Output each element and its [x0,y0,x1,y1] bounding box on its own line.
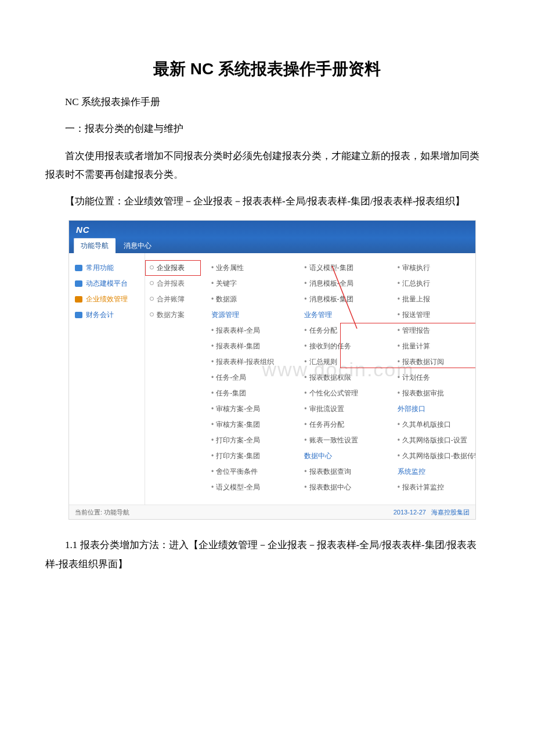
paragraph-section-1: 一：报表分类的创建与维护 [45,120,489,138]
menu-link[interactable]: 汇总规则 [304,354,377,370]
menu-link[interactable]: 报表数据中心 [304,480,377,495]
menu-link[interactable]: 久其网络版接口-数据传输 [398,448,471,464]
menu-col-3: 审核执行 汇总执行 批量上报 报送管理 管理报告 批量计算 报表数据订阅 计划任… [398,260,471,495]
menu-link[interactable]: 个性化公式管理 [304,386,377,401]
menu-col-2: 语义模型-集团 消息模板-全局 消息模板-集团 业务管理 任务分配 接收到的任务… [304,260,377,495]
leftnav-label: 企业绩效管理 [86,294,128,304]
paragraph-body-1: 首次使用报表或者增加不同报表分类时必须先创建报表分类，才能建立新的报表，如果增加… [45,147,489,185]
tab-function-nav[interactable]: 功能导航 [74,238,116,253]
subnav-consol-report[interactable]: 合并报表 [145,276,201,291]
menu-link[interactable]: 计划任务 [398,370,471,386]
menu-link[interactable]: 数据源 [211,291,284,307]
sub-nav: 企业报表 合并报表 合并账簿 数据方案 [145,253,201,505]
menu-link[interactable]: 审核方案-集团 [211,417,284,433]
menu-link[interactable]: 报表计算监控 [398,480,471,495]
report-icon [75,296,82,303]
subnav-enterprise-report[interactable]: 企业报表 [145,260,201,276]
footer-org: 海嘉控股集团 [431,509,470,516]
menu-link[interactable]: 汇总执行 [398,276,471,291]
menu-link[interactable]: 管理报告 [398,323,471,339]
menu-col-1: 业务属性 关键字 数据源 资源管理 报表表样-全局 报表表样-集团 报表表样-报… [211,260,284,495]
doc-title: 最新 NC 系统报表操作手册资料 [45,58,489,80]
menu-link[interactable]: 报表数据查询 [304,464,377,480]
menu-link[interactable]: 审批流设置 [304,401,377,417]
embedded-screenshot: NC 功能导航 消息中心 常用功能 动态建模平台 企业绩效管理 [68,220,476,520]
leftnav-common[interactable]: 常用功能 [75,260,145,276]
menu-link[interactable]: 任务-全局 [211,370,284,386]
menu-heading: 业务管理 [304,307,377,323]
menu-columns: www.docin.com 业务属性 关键字 数据源 资源管理 报表表样-全局 … [201,253,475,505]
status-right: 2013-12-27 海嘉控股集团 [390,508,470,517]
paragraph-intro-1: NC 系统报表操作手册 [45,93,489,111]
menu-link[interactable]: 报送管理 [398,307,471,323]
menu-link[interactable]: 语义模型-集团 [304,260,377,276]
book-icon [75,312,82,318]
menu-link[interactable]: 久其单机版接口 [398,417,471,433]
menu-link[interactable]: 审核执行 [398,260,471,276]
menu-link[interactable]: 任务再分配 [304,417,377,433]
tab-message-center[interactable]: 消息中心 [117,238,158,253]
monitor-icon [75,265,82,271]
paragraph-body-2: 【功能位置：企业绩效管理－企业报表－报表表样-全局/报表表样-集团/报表表样-报… [45,192,489,211]
nc-logo: NC [76,225,90,235]
menu-link[interactable]: 批量上报 [398,291,471,307]
menu-link[interactable]: 接收到的任务 [304,339,377,354]
menu-link[interactable]: 打印方案-全局 [211,433,284,448]
menu-link[interactable]: 报表数据审批 [398,386,471,401]
menu-link[interactable]: 消息模板-集团 [304,291,377,307]
left-nav: 常用功能 动态建模平台 企业绩效管理 财务会计 [69,253,145,505]
status-bar: 当前位置: 功能导航 2013-12-27 海嘉控股集团 [69,505,475,519]
menu-link[interactable]: 报表表样-全局 [211,323,284,339]
subnav-consol-ledger[interactable]: 合并账簿 [145,291,201,307]
leftnav-modeling[interactable]: 动态建模平台 [75,276,145,291]
menu-link[interactable]: 语义模型-全局 [211,480,284,495]
menu-link[interactable]: 消息模板-全局 [304,276,377,291]
footer-date: 2013-12-27 [394,509,426,516]
cube-icon [75,280,82,287]
menu-link[interactable]: 久其网络版接口-设置 [398,433,471,448]
leftnav-performance[interactable]: 企业绩效管理 [75,291,145,307]
menu-heading: 资源管理 [211,307,284,323]
menu-link[interactable]: 账表一致性设置 [304,433,377,448]
menu-heading: 外部接口 [398,401,471,417]
menu-link[interactable]: 任务-集团 [211,386,284,401]
tab-bar: 功能导航 消息中心 [69,238,475,253]
menu-link[interactable]: 批量计算 [398,339,471,354]
leftnav-label: 常用功能 [86,263,114,273]
leftnav-finance[interactable]: 财务会计 [75,307,145,323]
menu-link[interactable]: 打印方案-集团 [211,448,284,464]
menu-link[interactable]: 任务分配 [304,323,377,339]
menu-link[interactable]: 关键字 [211,276,284,291]
menu-link[interactable]: 报表数据订阅 [398,354,471,370]
menu-link[interactable]: 报表数据权限 [304,370,377,386]
app-header: NC [69,221,475,238]
breadcrumb: 当前位置: 功能导航 [75,508,129,517]
app-body: 常用功能 动态建模平台 企业绩效管理 财务会计 企业报表 合并报表 合 [69,253,475,505]
menu-link[interactable]: 业务属性 [211,260,284,276]
menu-link[interactable]: 审核方案-全局 [211,401,284,417]
subnav-data-scheme[interactable]: 数据方案 [145,307,201,323]
leftnav-label: 动态建模平台 [86,279,128,289]
menu-link[interactable]: 舍位平衡条件 [211,464,284,480]
leftnav-label: 财务会计 [86,310,114,320]
menu-heading: 系统监控 [398,464,471,480]
menu-link[interactable]: 报表表样-集团 [211,339,284,354]
menu-link[interactable]: 报表表样-报表组织 [211,354,284,370]
paragraph-section-1-1: 1.1 报表分类增加方法：进入【企业绩效管理－企业报表－报表表样-全局/报表表样… [45,536,489,574]
menu-heading: 数据中心 [304,448,377,464]
